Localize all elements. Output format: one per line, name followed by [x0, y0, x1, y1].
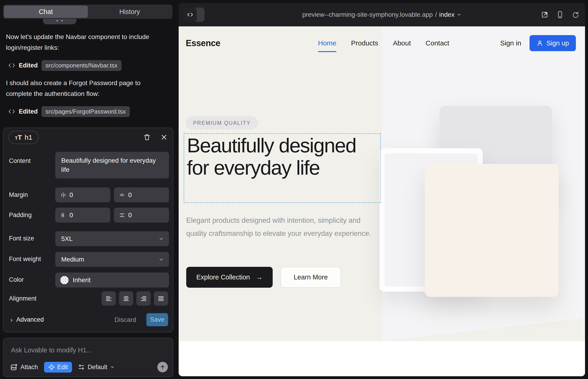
margin-vertical-value: 0 — [128, 191, 132, 199]
default-label: Default — [88, 364, 107, 371]
chevron-down-icon — [110, 365, 115, 369]
discard-button[interactable]: Discard — [114, 313, 136, 326]
padding-vertical-value: 0 — [128, 211, 132, 219]
align-justify-button[interactable] — [154, 291, 168, 306]
padding-horizontal-input[interactable]: 0 — [55, 208, 110, 222]
nav-link-products[interactable]: Products — [351, 39, 378, 47]
element-editor-panel: TT h1 Content Beautifully designed for e… — [3, 127, 173, 332]
font-size-label: Font size — [9, 235, 34, 242]
nav-link-home[interactable]: Home — [318, 39, 336, 47]
chevron-down-icon — [158, 257, 164, 262]
margin-horizontal-value: 0 — [69, 191, 73, 199]
align-left-button[interactable] — [102, 291, 116, 306]
align-right-button[interactable] — [137, 291, 151, 306]
chat-message: Now let's update the Navbar component to… — [6, 32, 168, 53]
edited-label: Edited — [19, 62, 38, 69]
advanced-toggle[interactable]: › Advanced — [10, 313, 44, 326]
color-select[interactable]: Inherit — [55, 272, 169, 287]
url-host: preview--charming-site-symphony.lovable.… — [302, 11, 433, 18]
url-page: index — [439, 11, 454, 18]
align-center-button[interactable] — [119, 291, 133, 306]
sliders-icon — [78, 364, 85, 371]
font-weight-label: Font weight — [9, 255, 41, 263]
chevron-down-icon — [457, 12, 461, 17]
file-chip[interactable]: src/components/Navbar.tsx — [42, 60, 122, 71]
model-default-select[interactable]: Default — [78, 364, 115, 371]
sign-in-link[interactable]: Sign in — [500, 39, 521, 47]
nav-link-about[interactable]: About — [393, 39, 411, 47]
selected-element-tag[interactable]: TT h1 — [8, 131, 39, 144]
code-icon — [8, 62, 15, 69]
edit-mode-button[interactable]: Edit — [44, 362, 72, 373]
nav-link-contact[interactable]: Contact — [426, 39, 449, 47]
arrow-right-icon: → — [256, 273, 263, 281]
send-button[interactable] — [157, 362, 168, 372]
chat-composer[interactable]: Ask Lovable to modify H1... Attach Edit … — [3, 338, 173, 377]
sign-up-label: Sign up — [546, 39, 569, 47]
hero-description: Elegant products designed with intention… — [186, 214, 372, 240]
site-logo[interactable]: Essence — [186, 38, 220, 48]
chevron-right-icon: › — [10, 316, 13, 324]
chat-message: I should also create a Forgot Password p… — [6, 78, 168, 99]
advanced-label: Advanced — [16, 316, 44, 323]
delete-element-button[interactable] — [142, 132, 152, 142]
hero-cta-row: Explore Collection → Learn More — [186, 267, 341, 288]
mobile-icon — [557, 11, 563, 18]
sign-up-button[interactable]: Sign up — [529, 35, 576, 51]
align-justify-icon — [157, 295, 164, 302]
composer-toolbar: Attach Edit Default — [10, 361, 168, 373]
element-selection-outline[interactable] — [184, 133, 381, 203]
font-weight-select[interactable]: Medium — [55, 252, 169, 267]
align-center-icon — [123, 295, 130, 302]
edited-file-row[interactable]: Edited src/components/Navbar.tsx — [8, 60, 122, 71]
explore-collection-button[interactable]: Explore Collection → — [186, 267, 273, 288]
file-chip[interactable]: src/pages/ForgotPassword.tsx — [42, 106, 130, 117]
mobile-view-button[interactable] — [557, 11, 563, 18]
margin-vertical-input[interactable]: 0 — [114, 188, 169, 202]
padding-vertical-input[interactable]: 0 — [114, 208, 169, 222]
image-plus-icon — [10, 363, 18, 371]
premium-quality-badge: PREMIUM QUALITY — [186, 116, 258, 130]
padding-horizontal-icon — [60, 212, 66, 218]
text-size-icon: TT — [15, 134, 22, 141]
alignment-label: Alignment — [9, 295, 36, 302]
close-panel-button[interactable] — [159, 132, 169, 142]
edited-file-row[interactable]: Edited src/pages/ForgotPassword.tsx — [8, 106, 130, 117]
align-left-icon — [105, 295, 112, 302]
refresh-button[interactable] — [572, 11, 579, 18]
refresh-icon — [572, 11, 579, 18]
preview-chrome: preview--charming-site-symphony.lovable.… — [179, 3, 585, 26]
trash-icon — [143, 133, 151, 141]
save-button[interactable]: Save — [146, 313, 168, 326]
open-in-new-tab-button[interactable] — [541, 11, 548, 18]
preview-chrome-actions — [541, 3, 579, 26]
font-size-select[interactable]: 5XL — [55, 231, 169, 246]
edit-label: Edit — [57, 364, 68, 371]
target-icon — [48, 364, 55, 371]
site-nav-links: Home Products About Contact — [318, 39, 449, 47]
tab-chat[interactable]: Chat — [4, 5, 88, 18]
color-label: Color — [9, 276, 24, 283]
learn-more-button[interactable]: Learn More — [280, 267, 341, 288]
attach-button[interactable]: Attach — [10, 363, 38, 371]
color-swatch-icon — [60, 276, 69, 284]
tab-history[interactable]: History — [88, 5, 172, 18]
close-icon — [160, 134, 167, 141]
content-label: Content — [9, 157, 31, 164]
edited-label: Edited — [19, 108, 38, 115]
padding-horizontal-value: 0 — [69, 211, 73, 219]
composer-placeholder[interactable]: Ask Lovable to modify H1... — [11, 347, 92, 354]
font-size-value: 5XL — [61, 235, 73, 242]
site-navbar: Essence Home Products About Contact Sign… — [186, 34, 576, 52]
preview-url-bar[interactable]: preview--charming-site-symphony.lovable.… — [179, 3, 585, 26]
decorative-card-beige — [425, 164, 559, 297]
margin-label: Margin — [9, 191, 28, 198]
chat-history-tabs: Chat History — [3, 5, 172, 19]
next-section-background — [179, 341, 585, 376]
explore-collection-label: Explore Collection — [196, 273, 250, 281]
padding-vertical-icon — [119, 212, 125, 218]
margin-horizontal-input[interactable]: 0 — [55, 188, 110, 202]
margin-vertical-icon — [119, 192, 125, 198]
content-input[interactable]: Beautifully designed for everyday life — [55, 152, 169, 178]
url-separator: / — [435, 11, 437, 18]
